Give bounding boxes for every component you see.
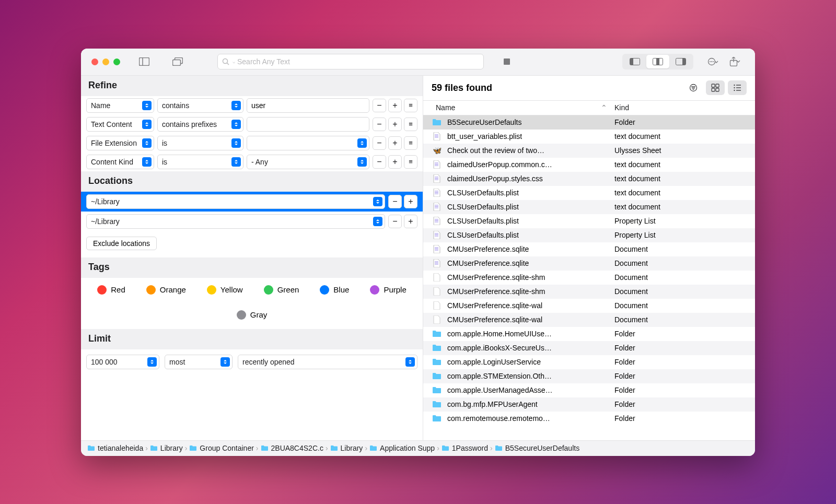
list-view-button[interactable] (728, 80, 747, 95)
add-location-button[interactable]: + (404, 215, 417, 228)
tag-item[interactable]: Blue (320, 285, 349, 295)
filter-value-dropdown[interactable]: - Any (247, 155, 369, 169)
location-path-dropdown[interactable]: ~/Library (86, 214, 385, 229)
tag-item[interactable]: Red (97, 285, 125, 295)
tag-item[interactable]: Green (264, 285, 299, 295)
file-row[interactable]: CMUserPreference.sqlite-shmDocument (423, 285, 755, 299)
stop-button[interactable] (497, 54, 516, 69)
file-row[interactable]: CLSUserDefaults.plistProperty List (423, 214, 755, 228)
filter-attr-dropdown[interactable]: Text Content (86, 117, 154, 132)
file-row[interactable]: com.apple.Home.HomeUIUse…Folder (423, 327, 755, 341)
file-row[interactable]: CMUserPreference.sqlite-shmDocument (423, 271, 755, 285)
file-row[interactable]: CMUserPreference.sqlite-walDocument (423, 299, 755, 313)
file-row[interactable]: CLSUserDefaults.plisttext document (423, 186, 755, 200)
search-field[interactable]: ⌵ (217, 54, 484, 69)
path-segment[interactable]: Library (150, 444, 183, 452)
filter-options-button[interactable]: ≡ (404, 99, 417, 112)
file-row[interactable]: CLSUserDefaults.plisttext document (423, 200, 755, 214)
path-segment[interactable]: tetianaleheida (87, 444, 143, 452)
file-row[interactable]: com.remotemouse.remotemo…Folder (423, 412, 755, 426)
file-row[interactable]: com.apple.UserManagedAsse…Folder (423, 383, 755, 397)
limit-count-dropdown[interactable]: 100 000 (86, 355, 159, 369)
file-list[interactable]: B5SecureUserDefaultsFolderbtt_user_varia… (423, 115, 755, 440)
file-row[interactable]: CMUserPreference.sqliteDocument (423, 242, 755, 256)
filter-value-dropdown[interactable] (247, 136, 369, 150)
path-segment[interactable]: 2BUA8C4S2C.c (261, 444, 323, 452)
file-row[interactable]: claimedUserPopup.common.c…text document (423, 158, 755, 172)
remove-filter-button[interactable]: − (373, 136, 386, 150)
file-name: claimedUserPopup.common.c… (447, 160, 614, 169)
path-segment[interactable]: Library (330, 444, 363, 452)
filter-options-button[interactable]: ≡ (404, 155, 417, 169)
location-row[interactable]: ~/Library − + (81, 212, 423, 231)
tag-item[interactable]: Gray (237, 310, 268, 320)
filter-attr-dropdown[interactable]: Name (86, 98, 154, 113)
filter-options-button[interactable]: ≡ (404, 118, 417, 131)
filter-attr-dropdown[interactable]: Content Kind (86, 155, 154, 169)
file-row[interactable]: CMUserPreference.sqlite-walDocument (423, 313, 755, 327)
file-row[interactable]: btt_user_variables.plisttext document (423, 130, 755, 144)
share-button[interactable] (726, 54, 745, 69)
limit-header: Limit (81, 329, 423, 349)
location-path-dropdown[interactable]: ~/Library (86, 194, 385, 209)
tag-item[interactable]: Orange (146, 285, 186, 295)
grid-view-button[interactable] (706, 80, 725, 95)
filter-op-dropdown[interactable]: is (157, 136, 243, 150)
search-input[interactable] (237, 57, 479, 66)
filter-options-button[interactable]: ≡ (404, 136, 417, 150)
tag-item[interactable]: Purple (370, 285, 406, 295)
filter-value-input[interactable] (247, 98, 369, 113)
app-window: ⌵ Refine Name contains (81, 49, 755, 456)
filter-op-dropdown[interactable]: contains prefixes (157, 117, 243, 132)
remove-filter-button[interactable]: − (373, 99, 386, 112)
filter-attr-dropdown[interactable]: File Extension (86, 136, 154, 150)
limit-order-dropdown[interactable]: most (165, 355, 233, 369)
file-row[interactable]: com.apple.STMExtension.Oth…Folder (423, 369, 755, 383)
filter-op-dropdown[interactable]: contains (157, 98, 243, 113)
add-filter-button[interactable]: + (388, 136, 402, 150)
file-row[interactable]: B5SecureUserDefaultsFolder (423, 115, 755, 130)
tag-color-icon (97, 285, 107, 295)
svg-point-31 (734, 90, 735, 91)
path-segment[interactable]: Application Supp (369, 444, 435, 452)
file-row[interactable]: CLSUserDefaults.plistProperty List (423, 228, 755, 242)
file-row[interactable]: claimedUserPopup.styles.csstext document (423, 172, 755, 186)
more-options-button[interactable] (704, 54, 723, 69)
layout-center-button[interactable] (646, 55, 669, 68)
file-row[interactable]: 🦋Check out the review of two…Ulysses She… (423, 144, 755, 158)
filter-op-dropdown[interactable]: is (157, 155, 243, 169)
column-name-header[interactable]: Name⌃ (432, 103, 614, 112)
file-kind: Folder (614, 400, 747, 408)
remove-location-button[interactable]: − (388, 215, 402, 228)
add-location-button[interactable]: + (404, 195, 417, 208)
tag-item[interactable]: Yellow (207, 285, 243, 295)
path-segment[interactable]: 1Password (442, 444, 488, 452)
location-row[interactable]: ~/Library − + (81, 192, 423, 212)
remove-filter-button[interactable]: − (373, 155, 386, 169)
file-row[interactable]: com.apple.iBooksX-SecureUs…Folder (423, 341, 755, 355)
exclude-locations-button[interactable]: Exclude locations (86, 237, 157, 250)
minimize-window-button[interactable] (102, 58, 109, 65)
file-kind: Document (614, 245, 747, 253)
add-filter-button[interactable]: + (388, 155, 402, 169)
file-row[interactable]: CMUserPreference.sqliteDocument (423, 256, 755, 271)
column-kind-header[interactable]: Kind (614, 103, 747, 112)
add-filter-button[interactable]: + (388, 118, 402, 131)
layout-left-button[interactable] (623, 55, 646, 68)
path-segment[interactable]: Group Container (189, 444, 254, 452)
limit-criteria-dropdown[interactable]: recently opened (238, 355, 417, 369)
path-segment[interactable]: B5SecureUserDefaults (495, 444, 579, 452)
remove-location-button[interactable]: − (388, 195, 402, 208)
windows-button[interactable] (168, 54, 187, 69)
fullscreen-window-button[interactable] (113, 58, 120, 65)
filter-value-input[interactable] (247, 117, 369, 132)
close-window-button[interactable] (91, 58, 98, 65)
add-filter-button[interactable]: + (388, 99, 402, 112)
sidebar-toggle-button[interactable] (135, 54, 154, 69)
layout-right-button[interactable] (669, 55, 692, 68)
remove-filter-button[interactable]: − (373, 118, 386, 131)
file-row[interactable]: com.apple.LoginUserServiceFolder (423, 355, 755, 369)
file-row[interactable]: com.bg.mfp.MFPUserAgentFolder (423, 397, 755, 412)
search-dropdown-icon[interactable]: ⌵ (233, 59, 235, 64)
filter-view-button[interactable] (684, 80, 703, 95)
